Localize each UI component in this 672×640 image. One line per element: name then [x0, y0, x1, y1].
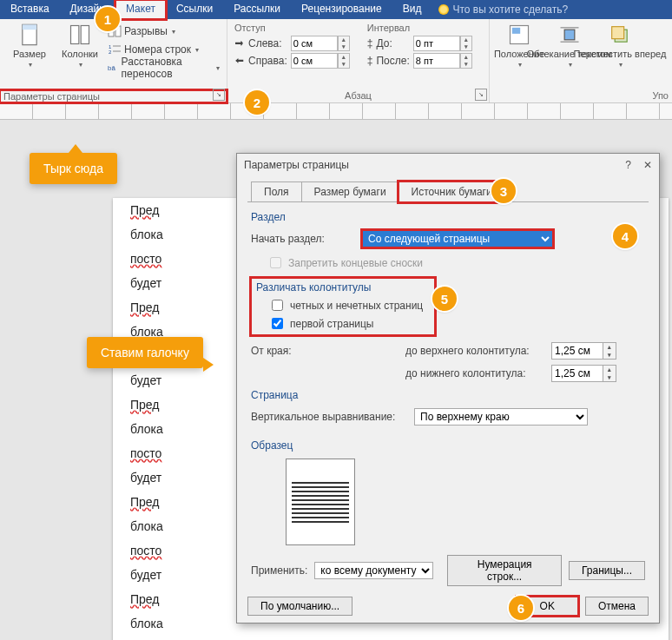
- indent-right-input[interactable]: [291, 53, 338, 69]
- dialog-help-button[interactable]: ?: [625, 159, 631, 171]
- preview-heading: Образец: [251, 439, 645, 452]
- dialog-tab-margins[interactable]: Поля: [251, 181, 302, 202]
- from-edge-label: От края:: [251, 345, 303, 357]
- position-button[interactable]: Положение: [497, 21, 542, 69]
- tell-me[interactable]: Что вы хотите сделать?: [432, 0, 568, 19]
- page-heading: Страница: [251, 389, 645, 401]
- space-before-label: До:: [376, 37, 409, 49]
- first-page-checkbox[interactable]: первой страницы: [268, 315, 430, 332]
- tab-mailings[interactable]: Рассылки: [223, 0, 291, 19]
- page-setup-launcher[interactable]: ↘: [213, 89, 225, 101]
- callout-2: Ставим галочку: [87, 337, 203, 368]
- default-button[interactable]: По умолчанию...: [247, 597, 352, 616]
- marker-6: 6: [509, 596, 533, 620]
- horizontal-ruler[interactable]: [0, 103, 672, 120]
- dialog-tabs: Поля Размер бумаги Источник бумаги: [251, 181, 659, 202]
- position-icon: [507, 23, 531, 47]
- headers-heading: Различать колонтитулы: [256, 281, 430, 294]
- section-start-select[interactable]: Со следующей страницы: [362, 230, 553, 247]
- group-page-setup: Размер Колонки Разрывы 12Номера строк bā…: [0, 19, 227, 102]
- cancel-button[interactable]: Отмена: [585, 597, 649, 616]
- dialog-titlebar: Параметры страницы ? ✕: [237, 154, 659, 176]
- header-distance-input[interactable]: ▴▾: [551, 342, 616, 360]
- space-after-label: После:: [376, 55, 409, 67]
- dialog-close-button[interactable]: ✕: [643, 159, 652, 171]
- tab-references[interactable]: Ссылки: [166, 0, 223, 19]
- preview-thumbnail: [286, 459, 355, 545]
- svg-rect-17: [612, 27, 624, 39]
- svg-rect-3: [81, 26, 89, 44]
- space-before-icon: ‡: [367, 37, 373, 49]
- wrap-text-icon: [557, 23, 582, 47]
- indent-left-input[interactable]: [291, 36, 338, 51]
- page-setup-label: Параметры страницы: [0, 90, 227, 102]
- valign-label: Вертикальное выравнивание:: [251, 411, 407, 423]
- breaks-button[interactable]: Разрывы: [108, 23, 220, 40]
- space-after-icon: ‡: [367, 55, 373, 67]
- odd-even-checkbox[interactable]: четных и нечетных страниц: [268, 297, 430, 313]
- svg-rect-12: [512, 28, 520, 34]
- paragraph-launcher[interactable]: ↘: [475, 89, 487, 101]
- svg-text:2: 2: [109, 49, 112, 55]
- valign-select[interactable]: По верхнему краю: [414, 408, 588, 426]
- line-numbers-icon: 12: [108, 43, 122, 56]
- group-arrange: Положение Обтекание текстом Переместить …: [490, 19, 672, 102]
- dialog-title: Параметры страницы: [244, 159, 349, 171]
- indent-left-icon: 🠪: [234, 37, 245, 49]
- callout-1: Тырк сюда: [30, 153, 117, 184]
- indent-right-icon: 🠨: [234, 55, 245, 67]
- section-heading: Раздел: [251, 211, 645, 223]
- svg-rect-13: [564, 30, 575, 40]
- apply-to-select[interactable]: ко всему документу: [314, 562, 433, 579]
- bring-forward-icon: [608, 23, 632, 47]
- spacing-heading: Интервал: [367, 23, 472, 33]
- line-numbers-button[interactable]: Нумерация строк...: [447, 555, 562, 586]
- dialog-tab-paper-source[interactable]: Источник бумаги: [399, 181, 505, 202]
- group-paragraph: Отступ 🠪Слева:▴▾ 🠨Справа:▴▾ Интервал ‡До…: [227, 19, 490, 102]
- bring-forward-button[interactable]: Переместить вперед: [597, 21, 642, 69]
- tab-view[interactable]: Вид: [392, 0, 432, 19]
- svg-text:bā: bā: [108, 64, 115, 72]
- dialog-tab-paper-size[interactable]: Размер бумаги: [301, 181, 399, 202]
- ribbon: Размер Колонки Разрывы 12Номера строк bā…: [0, 19, 672, 103]
- section-start-label: Начать раздел:: [251, 233, 355, 245]
- marker-3: 3: [491, 179, 516, 203]
- footer-distance-input[interactable]: ▴▾: [551, 365, 616, 382]
- marker-1: 1: [96, 7, 120, 31]
- arrange-label: Упо: [490, 90, 672, 101]
- suppress-endnotes-checkbox: Запретить концевые сноски: [267, 254, 645, 271]
- footer-distance-label: до нижнего колонтитула:: [405, 367, 544, 379]
- space-before-input[interactable]: [413, 36, 460, 51]
- marker-2: 2: [245, 90, 269, 115]
- hyphenation-button[interactable]: bāРасстановка переносов: [108, 59, 220, 76]
- apply-to-label: Применить:: [251, 564, 307, 577]
- tab-insert[interactable]: Вставка: [0, 0, 60, 19]
- columns-icon: [68, 23, 92, 47]
- indent-left-label: Слева:: [248, 37, 287, 49]
- header-distance-label: до верхнего колонтитула:: [405, 345, 544, 357]
- wrap-text-button[interactable]: Обтекание текстом: [547, 21, 592, 69]
- size-button[interactable]: Размер: [7, 21, 52, 69]
- borders-button[interactable]: Границы...: [569, 561, 645, 580]
- indent-heading: Отступ: [234, 23, 350, 33]
- page-setup-dialog: Параметры страницы ? ✕ Поля Размер бумаг…: [236, 153, 660, 624]
- indent-right-label: Справа:: [248, 55, 287, 67]
- space-after-input[interactable]: [413, 53, 460, 69]
- columns-button[interactable]: Колонки: [57, 21, 102, 69]
- tab-layout[interactable]: Макет: [115, 0, 166, 19]
- marker-4: 4: [613, 224, 637, 248]
- page-size-icon: [17, 23, 42, 47]
- bulb-icon: [438, 4, 449, 15]
- marker-5: 5: [432, 287, 457, 311]
- svg-rect-1: [23, 24, 36, 30]
- dialog-footer: По умолчанию... OK Отмена: [237, 590, 659, 623]
- dialog-body: Раздел Начать раздел: Со следующей стран…: [247, 201, 649, 590]
- svg-rect-2: [71, 26, 79, 44]
- hyphenation-icon: bā: [108, 61, 119, 75]
- tab-review[interactable]: Рецензирование: [291, 0, 392, 19]
